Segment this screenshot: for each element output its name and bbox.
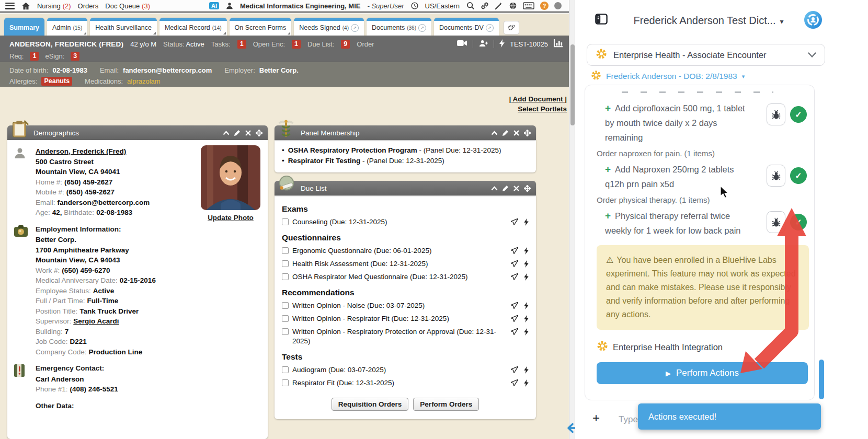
tab-summary[interactable]: Summary [4, 18, 44, 36]
bolt-icon[interactable] [524, 247, 529, 255]
add-document-link[interactable]: | Add Document | [509, 94, 567, 104]
send-icon[interactable] [511, 218, 518, 226]
help-icon[interactable]: ? [540, 2, 549, 10]
patient-name-link[interactable]: Anderson, Frederick (Fred) [36, 147, 126, 155]
wand-icon[interactable] [495, 2, 503, 10]
session-title-dropdown[interactable]: Frederick Anderson Test Dict...▾ [617, 15, 800, 27]
bolt-icon[interactable] [524, 302, 529, 309]
bluehive-logo-icon[interactable] [804, 10, 823, 31]
popout-icon[interactable]: ↗ [418, 24, 426, 32]
req-badge[interactable]: 1 [30, 52, 39, 61]
bolt-icon[interactable] [499, 39, 505, 49]
collapse-icon[interactable] [223, 131, 230, 135]
bolt-icon[interactable] [524, 260, 529, 268]
order-link[interactable]: Order [357, 40, 374, 48]
link-icon[interactable] [481, 2, 489, 10]
scrollbar-thumb[interactable] [570, 44, 575, 125]
send-icon[interactable] [511, 366, 518, 374]
debug-button[interactable] [767, 211, 785, 233]
panel-membership-header[interactable]: Panel Membership [275, 125, 536, 140]
tab-medical-record[interactable]: Medical Record (14) [159, 18, 227, 36]
edit-icon[interactable] [502, 130, 509, 136]
bolt-icon[interactable] [524, 366, 529, 374]
checkbox[interactable] [282, 328, 289, 335]
keyboard-icon[interactable] [523, 2, 534, 9]
send-icon[interactable] [511, 379, 518, 387]
supervisor-link[interactable]: Sergio Acardi [73, 317, 119, 325]
globe-icon[interactable] [509, 2, 517, 10]
tab-on-screen-forms[interactable]: On Screen Forms [230, 18, 292, 36]
bolt-icon[interactable] [524, 315, 529, 322]
bolt-icon[interactable] [524, 273, 529, 281]
select-portlets-link[interactable]: Select Portlets [509, 104, 567, 114]
tab-admin[interactable]: Admin (15) [47, 18, 87, 36]
bolt-icon[interactable] [524, 379, 529, 387]
due-list-badge[interactable]: 9 [341, 40, 350, 49]
search-icon[interactable] [466, 2, 475, 10]
patient-name[interactable]: ANDERSON, FREDERICK (FRED) [9, 40, 123, 48]
tab-needs-signed[interactable]: Needs Signed (4) ↗ [294, 18, 364, 36]
move-icon[interactable] [256, 130, 262, 136]
add-person-icon[interactable] [478, 40, 488, 49]
bolt-icon[interactable] [524, 328, 529, 336]
message-input[interactable]: Type [619, 414, 638, 425]
debug-button[interactable] [767, 103, 785, 125]
move-icon[interactable] [524, 130, 531, 136]
checkbox[interactable] [282, 260, 289, 267]
send-icon[interactable] [511, 247, 518, 255]
popout-icon[interactable]: ↗ [486, 24, 494, 32]
open-enc-badge[interactable]: 1 [292, 40, 301, 49]
sidebar-toggle-icon[interactable] [595, 14, 608, 27]
tab-documents[interactable]: Documents (36) ↗ [367, 18, 431, 36]
perform-orders-button[interactable]: Perform Orders [413, 398, 479, 411]
close-icon[interactable] [513, 186, 519, 191]
checkbox[interactable] [282, 302, 289, 309]
hamburger-menu-icon[interactable] [5, 3, 15, 9]
collapse-icon[interactable] [491, 186, 498, 191]
timezone-label[interactable]: US/Eastern [425, 2, 460, 10]
medication-value[interactable]: alprazolam [127, 77, 161, 85]
checkbox[interactable] [282, 379, 289, 386]
edit-icon[interactable] [502, 185, 509, 191]
nav-orders[interactable]: Orders [78, 2, 99, 10]
allergy-badge[interactable]: Peanuts [41, 77, 72, 86]
send-icon[interactable] [511, 302, 518, 309]
send-icon[interactable] [511, 273, 518, 281]
debug-button[interactable] [767, 165, 785, 187]
close-icon[interactable] [513, 130, 519, 136]
send-icon[interactable] [511, 315, 518, 322]
requisition-orders-button[interactable]: Requisition Orders [332, 398, 409, 411]
move-icon[interactable] [524, 185, 531, 192]
collapse-icon[interactable] [491, 131, 498, 135]
patient-context-dropdown[interactable]: Frederick Anderson - DOB: 2/8/1983 ▾ [591, 70, 745, 83]
encounter-selector[interactable]: Enterprise Health - Associate Encounter [587, 44, 825, 66]
checkbox[interactable] [282, 366, 289, 373]
due-list-header[interactable]: Due List [275, 181, 536, 195]
esign-badge[interactable]: 3 [71, 52, 79, 61]
window-scrollbar[interactable] [569, 0, 575, 439]
tab-settings-button[interactable] [504, 21, 519, 34]
attach-plus-button[interactable]: + [592, 411, 600, 425]
home-icon[interactable] [21, 2, 30, 10]
checkbox[interactable] [282, 218, 289, 225]
update-photo-link[interactable]: Update Photo [208, 214, 254, 222]
checkbox[interactable] [282, 273, 289, 280]
nav-nursing[interactable]: Nursing (2) [37, 2, 71, 10]
checkbox[interactable] [282, 247, 289, 254]
checkbox[interactable] [282, 315, 289, 322]
sidebar-scrollbar-thumb[interactable] [819, 360, 824, 399]
demographics-header[interactable]: Demographics [7, 125, 268, 140]
organization-name[interactable]: Medical Informatics Engineering, MIE [240, 2, 360, 10]
bolt-icon[interactable] [524, 218, 529, 226]
nav-doc-queue[interactable]: Doc Queue (3) [105, 2, 150, 10]
perform-actions-button[interactable]: ▶ Perform Actions [597, 362, 808, 384]
send-icon[interactable] [511, 260, 518, 268]
tab-documents-dv[interactable]: Documents-DV ↗ [434, 18, 499, 36]
ai-badge[interactable]: AI [209, 2, 219, 9]
video-camera-icon[interactable] [457, 40, 467, 48]
close-icon[interactable] [245, 130, 251, 136]
tasks-badge[interactable]: 1 [237, 40, 246, 49]
popout-icon[interactable]: ↗ [351, 24, 359, 32]
send-icon[interactable] [511, 328, 518, 336]
edit-icon[interactable] [234, 130, 241, 136]
